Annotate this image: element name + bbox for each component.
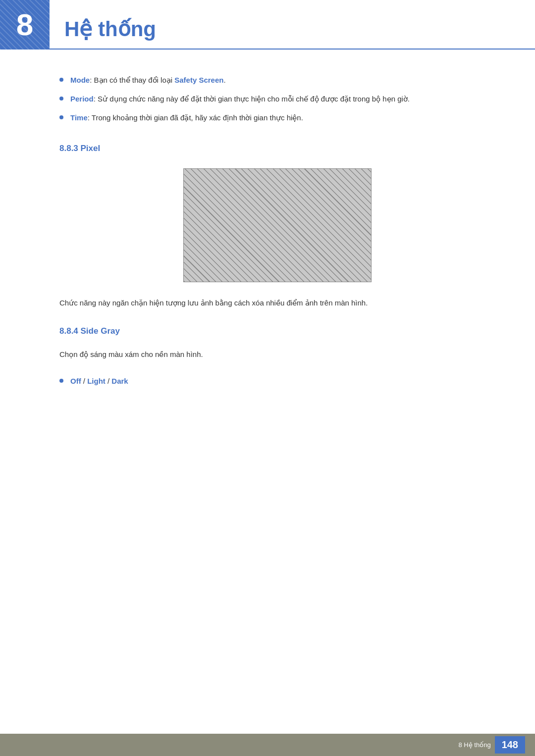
header-bar: 8 Hệ thống — [0, 0, 535, 50]
page-container: 8 Hệ thống Mode: Bạn có thể thay đổi loạ… — [0, 0, 535, 756]
section-883-heading: 8.8.3 Pixel — [59, 144, 495, 153]
pixel-image-inner — [184, 169, 371, 282]
list-item-text: Period: Sử dụng chức năng này để đặt thờ… — [70, 93, 410, 105]
chapter-title: Hệ thống — [64, 17, 156, 41]
section-884-description: Chọn độ sáng màu xám cho nền màn hình. — [59, 349, 495, 360]
bullet-dot — [59, 379, 63, 383]
chapter-title-area: Hệ thống — [50, 0, 535, 50]
term-mode: Mode — [70, 76, 90, 84]
option-dark: Dark — [111, 377, 128, 385]
list-item-text: Time: Trong khoảng thời gian đã đặt, hãy… — [70, 112, 303, 124]
term-time: Time — [70, 113, 88, 122]
content-area: Mode: Bạn có thể thay đổi loại Safety Sc… — [0, 74, 535, 447]
footer-text: 8 Hệ thống — [458, 741, 490, 749]
section-884-heading: 8.8.4 Side Gray — [59, 326, 495, 336]
option-off: Off — [70, 377, 81, 385]
side-gray-bullet-list: Off / Light / Dark — [59, 375, 495, 387]
chapter-number-box: 8 — [0, 0, 50, 50]
page-footer: 8 Hệ thống 148 — [0, 734, 535, 756]
bullet-dot — [59, 115, 63, 119]
pixel-image-container — [59, 168, 495, 282]
section-883-description: Chức năng này ngăn chặn hiện tượng lưu ả… — [59, 297, 495, 309]
footer-page-number: 148 — [495, 736, 525, 754]
bullet-dot — [59, 78, 63, 82]
bullet-list: Mode: Bạn có thể thay đổi loại Safety Sc… — [59, 74, 495, 124]
bullet-dot — [59, 97, 63, 101]
list-item-text: Mode: Bạn có thể thay đổi loại Safety Sc… — [70, 74, 226, 86]
term-safety-screen: Safety Screen — [174, 76, 223, 84]
option-light: Light — [87, 377, 106, 385]
chapter-number: 8 — [16, 9, 33, 40]
term-period: Period — [70, 95, 94, 103]
side-gray-options: Off / Light / Dark — [70, 375, 128, 387]
list-item: Mode: Bạn có thể thay đổi loại Safety Sc… — [59, 74, 495, 86]
list-item-side-gray: Off / Light / Dark — [59, 375, 495, 387]
pixel-image — [183, 168, 372, 282]
list-item: Time: Trong khoảng thời gian đã đặt, hãy… — [59, 112, 495, 124]
list-item: Period: Sử dụng chức năng này để đặt thờ… — [59, 93, 495, 105]
